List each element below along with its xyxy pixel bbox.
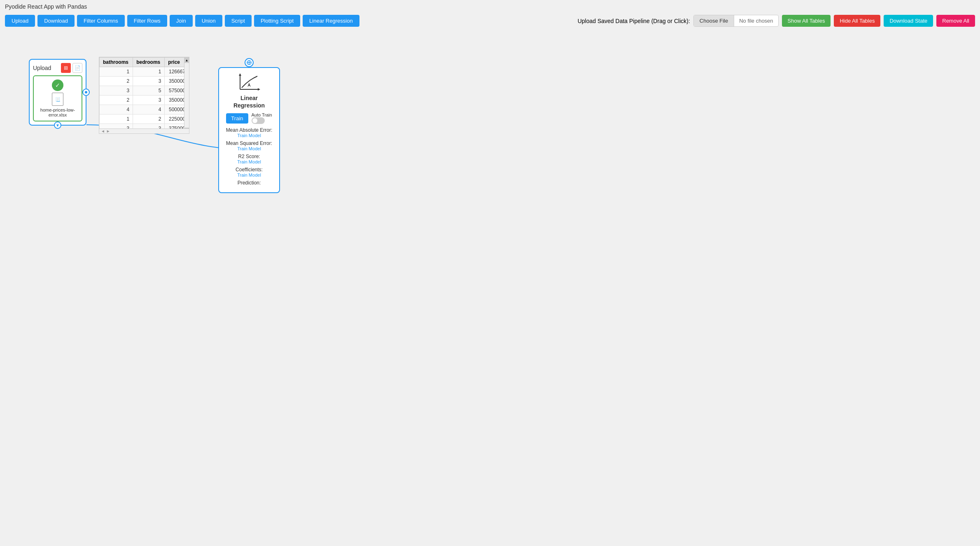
- mse-value[interactable]: Train Model: [223, 146, 275, 151]
- mae-label: Mean Absolute Error:: [223, 127, 275, 133]
- mae-value[interactable]: Train Model: [223, 133, 275, 138]
- col-bedrooms: bedrooms: [133, 58, 165, 67]
- train-section: Train Auto Train: [223, 112, 275, 124]
- lr-node: LinearRegression Train Auto Train Mean A…: [218, 67, 280, 193]
- table-row: 23350000: [100, 77, 189, 86]
- check-icon: ✓: [52, 79, 63, 91]
- upload-pipeline-section: Upload Saved Data Pipeline (Drag or Clic…: [578, 15, 975, 27]
- data-table-container: bathrooms bedrooms price 111266672335000…: [99, 57, 189, 134]
- cell-bathrooms: 3: [100, 86, 133, 96]
- upload-file-box: ✓ 📃 home-prices-low-error.xlsx: [33, 75, 82, 121]
- cell-bedrooms: 1: [133, 67, 165, 77]
- app-title: Pyodide React App with Pandas: [0, 0, 980, 12]
- cell-bathrooms: 1: [100, 67, 133, 77]
- file-upload-area: Choose File No file chosen: [693, 15, 779, 27]
- plotting-script-button[interactable]: Plotting Script: [254, 15, 300, 27]
- doc-icon: 📄: [72, 63, 82, 73]
- svg-marker-7: [247, 83, 251, 87]
- pred-label: Prediction:: [223, 180, 275, 186]
- mse-label: Mean Squared Error:: [223, 140, 275, 146]
- cell-bedrooms: 2: [133, 114, 165, 124]
- table-row: 12225000: [100, 114, 189, 124]
- canvas-area: Upload ⊞ 📄 ✓ 📃 home-prices-low-error.xls…: [0, 30, 980, 531]
- upload-node: Upload ⊞ 📄 ✓ 📃 home-prices-low-error.xls…: [29, 59, 86, 126]
- auto-train-toggle[interactable]: [252, 117, 265, 124]
- right-connector[interactable]: [82, 89, 90, 96]
- table-bottom-bar: ◄ ►: [99, 128, 189, 133]
- table-row: 23350000: [100, 96, 189, 105]
- filter-columns-button[interactable]: Filter Columns: [77, 15, 125, 27]
- scroll-bar[interactable]: ▲ ▼: [184, 57, 189, 133]
- filter-rows-button[interactable]: Filter Rows: [127, 15, 167, 27]
- train-button[interactable]: Train: [226, 113, 248, 124]
- cell-bathrooms: 4: [100, 105, 133, 114]
- table-row: 44500000: [100, 105, 189, 114]
- file-doc-icon: 📃: [52, 93, 63, 106]
- data-table: bathrooms bedrooms price 111266672335000…: [99, 57, 189, 133]
- r2-value[interactable]: Train Model: [223, 159, 275, 164]
- svg-marker-6: [258, 88, 260, 91]
- remove-all-button[interactable]: Remove All: [936, 15, 975, 27]
- download-state-button[interactable]: Download State: [884, 15, 933, 27]
- cell-bedrooms: 3: [133, 96, 165, 105]
- metric-mae: Mean Absolute Error: Train Model: [223, 127, 275, 138]
- file-name: home-prices-low-error.xlsx: [37, 107, 78, 117]
- cell-bathrooms: 1: [100, 114, 133, 124]
- auto-train-label: Auto Train: [252, 112, 272, 117]
- linear-regression-button[interactable]: Linear Regression: [303, 15, 359, 27]
- lr-top-connector[interactable]: [245, 58, 254, 67]
- choose-file-button[interactable]: Choose File: [694, 15, 734, 26]
- coeff-value[interactable]: Train Model: [223, 173, 275, 177]
- metric-r2: R2 Score: Train Model: [223, 154, 275, 164]
- upload-node-header: Upload ⊞ 📄: [33, 63, 82, 73]
- r2-label: R2 Score:: [223, 154, 275, 159]
- join-button[interactable]: Join: [170, 15, 193, 27]
- upload-pipeline-label: Upload Saved Data Pipeline (Drag or Clic…: [578, 18, 690, 24]
- lr-chart-icon: [237, 72, 261, 93]
- script-button[interactable]: Script: [225, 15, 252, 27]
- grid-icon: ⊞: [61, 63, 71, 73]
- bottom-connector[interactable]: ▼: [54, 121, 61, 129]
- cell-bathrooms: 2: [100, 77, 133, 86]
- upload-button[interactable]: Upload: [5, 15, 35, 27]
- toolbar: Upload Download Filter Columns Filter Ro…: [0, 12, 980, 30]
- metric-mse: Mean Squared Error: Train Model: [223, 140, 275, 151]
- metric-coeff: Coefficients: Train Model: [223, 167, 275, 177]
- no-file-text: No file chosen: [734, 15, 778, 26]
- svg-marker-5: [239, 73, 241, 76]
- scroll-up-btn[interactable]: ▲: [184, 57, 189, 63]
- download-button[interactable]: Download: [37, 15, 75, 27]
- union-button[interactable]: Union: [195, 15, 222, 27]
- col-bathrooms: bathrooms: [100, 58, 133, 67]
- hide-all-tables-button[interactable]: Hide All Tables: [834, 15, 880, 27]
- table-row: 35575000: [100, 86, 189, 96]
- show-all-tables-button[interactable]: Show All Tables: [782, 15, 831, 27]
- lr-node-title: LinearRegression: [223, 94, 275, 109]
- coeff-label: Coefficients:: [223, 167, 275, 173]
- upload-node-title: Upload: [33, 65, 51, 71]
- cell-bedrooms: 4: [133, 105, 165, 114]
- cell-bathrooms: 2: [100, 96, 133, 105]
- cell-bedrooms: 5: [133, 86, 165, 96]
- metric-pred: Prediction:: [223, 180, 275, 186]
- table-row: 11126667: [100, 67, 189, 77]
- cell-bedrooms: 3: [133, 77, 165, 86]
